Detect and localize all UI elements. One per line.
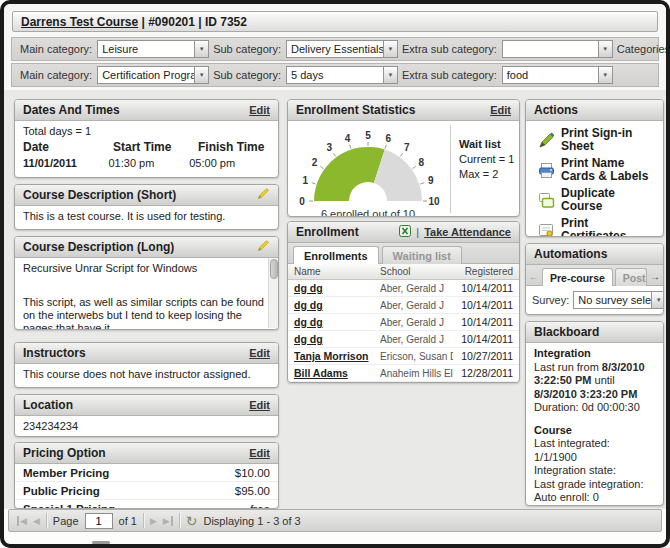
enrollee-name-link[interactable]: dg dg xyxy=(294,333,380,345)
sub-category-value: 5 days xyxy=(286,66,383,84)
enrollee-name-link[interactable]: dg dg xyxy=(294,299,380,311)
enrollee-name-link[interactable]: Tanja Morrison xyxy=(294,350,380,362)
export-excel-icon[interactable] xyxy=(399,225,411,240)
registered-column-header[interactable]: Registered xyxy=(453,266,513,277)
edit-pencil-icon[interactable] xyxy=(257,239,270,255)
sub-category-select-2[interactable]: 5 days ▼ xyxy=(286,66,398,84)
main-category-select-2[interactable]: Certification Programs ▼ xyxy=(97,66,209,84)
scrollbar-thumb[interactable] xyxy=(270,259,278,279)
refresh-icon[interactable]: ↻ xyxy=(186,514,198,528)
edit-dates-link[interactable]: Edit xyxy=(249,104,270,116)
category-row-1: Main category: Leisure ▼ Sub category: D… xyxy=(11,37,659,61)
edit-pencil-icon[interactable] xyxy=(257,187,270,203)
table-row[interactable]: Bill Adams Anaheim Hills Ele... 12/28/20… xyxy=(288,365,519,382)
enrollee-name-link[interactable]: Bill Adams xyxy=(294,367,380,379)
main-category-label: Main category: xyxy=(20,43,92,55)
name-column-header[interactable]: Name xyxy=(294,266,380,277)
actions-panel: Actions Print Sign-in Sheet Print Name C… xyxy=(525,99,664,237)
tab-scroll-left-icon[interactable]: ← xyxy=(528,271,540,285)
chevron-down-icon[interactable]: ▼ xyxy=(383,40,398,58)
tab-scroll-right-icon[interactable]: → xyxy=(649,271,661,285)
course-info-line: Integration state: xyxy=(534,464,655,478)
table-row[interactable]: dg dg Aber, Gerald J 10/14/2011 xyxy=(288,331,519,348)
toolbar-divider xyxy=(143,513,144,528)
tab-waiting-list[interactable]: Waiting list xyxy=(382,246,462,264)
enrollment-tabs: Enrollments Waiting list xyxy=(288,243,519,264)
pagination-toolbar: ◀ ◀ Page of 1 ▶ ▶ ↻ Displaying 1 - 3 of … xyxy=(8,509,662,532)
table-row[interactable]: dg dg Aber, Gerald J 10/14/2011 xyxy=(288,314,519,331)
edit-location-link[interactable]: Edit xyxy=(249,399,270,411)
tab-post-course[interactable]: Post- xyxy=(615,268,647,286)
total-days-text: Total days = 1 xyxy=(23,125,270,137)
category-row-2: Main category: Certification Programs ▼ … xyxy=(11,63,659,87)
print-signin-sheet-action[interactable]: Print Sign-in Sheet xyxy=(528,125,661,155)
extra-sub-category-select-2[interactable]: food ▼ xyxy=(502,66,613,84)
waitlist-current: Current = 1 xyxy=(459,152,519,167)
waitlist-max: Max = 2 xyxy=(459,167,519,182)
pen-icon xyxy=(538,132,555,149)
enrollment-gauge: 012345678910 6 enrolled out of 10 xyxy=(288,121,448,217)
edit-instructors-link[interactable]: Edit xyxy=(249,347,270,359)
tab-pre-course[interactable]: Pre-course xyxy=(542,268,613,286)
duplicate-course-action[interactable]: Duplicate Course xyxy=(528,185,661,215)
displaying-status: Displaying 1 - 3 of 3 xyxy=(203,515,300,527)
survey-row: Survey: No survey sele ▼ xyxy=(526,286,663,309)
course-heading: Course xyxy=(534,424,655,438)
main-category-select-1[interactable]: Leisure ▼ xyxy=(97,40,209,58)
enrollee-school: Aber, Gerald J xyxy=(380,283,453,294)
enrollee-name-link[interactable]: dg dg xyxy=(294,316,380,328)
print-certificates-action[interactable]: Print Certificates xyxy=(528,215,661,237)
edit-stats-link[interactable]: Edit xyxy=(490,104,511,116)
finish-time-column-header: Finish Time xyxy=(198,140,264,154)
take-attendance-link[interactable]: Take Attendance xyxy=(424,226,511,238)
sub-category-select-1[interactable]: Delivery Essentials On I ▼ xyxy=(286,40,398,58)
dates-and-times-panel: Dates And Times Edit Total days = 1 Date… xyxy=(14,99,279,178)
instructors-header: Instructors Edit xyxy=(15,343,278,364)
next-page-button[interactable]: ▶ xyxy=(150,516,157,526)
enrollment-panel: Enrollment | Take Attendance Enrollments… xyxy=(287,221,520,383)
last-page-button[interactable]: ▶ xyxy=(163,516,173,526)
action-label: Duplicate Course xyxy=(561,187,657,213)
prev-page-button[interactable]: ◀ xyxy=(33,516,40,526)
panel-title: Dates And Times xyxy=(23,103,120,117)
main-category-value: Leisure xyxy=(97,40,194,58)
table-row[interactable]: Tanja Morrison Ericson, Susan D 10/27/20… xyxy=(288,348,519,365)
enrollee-name-link[interactable]: dg dg xyxy=(294,282,380,294)
extra-sub-category-value xyxy=(502,40,598,58)
scrollbar[interactable] xyxy=(268,258,278,328)
print-name-cards-action[interactable]: Print Name Cards & Labels xyxy=(528,155,661,185)
svg-text:7: 7 xyxy=(404,142,410,153)
chevron-down-icon[interactable]: ▼ xyxy=(383,66,398,84)
integration-heading: Integration xyxy=(534,347,655,361)
date-value: 11/01/2011 xyxy=(23,157,109,169)
survey-select[interactable]: No survey sele ▼ xyxy=(573,291,664,309)
waitlist-title: Wait list xyxy=(459,137,519,152)
chevron-down-icon[interactable]: ▼ xyxy=(598,40,613,58)
enrollee-registered: 10/14/2011 xyxy=(453,282,513,294)
extra-sub-category-select-1[interactable]: ▼ xyxy=(502,40,613,58)
main-category-value: Certification Programs xyxy=(97,66,194,84)
table-row[interactable]: dg dg Aber, Gerald J 10/14/2011 xyxy=(288,297,519,314)
edit-pricing-link[interactable]: Edit xyxy=(249,447,270,459)
chevron-down-icon[interactable]: ▼ xyxy=(651,291,664,309)
action-label: Print Certificates xyxy=(561,217,657,237)
chevron-down-icon[interactable]: ▼ xyxy=(598,66,613,84)
chevron-down-icon[interactable]: ▼ xyxy=(194,66,209,84)
automations-tabs: ← Pre-course Post- → xyxy=(526,265,663,286)
chevron-down-icon[interactable]: ▼ xyxy=(194,40,209,58)
first-page-button[interactable]: ◀ xyxy=(17,516,27,526)
table-row[interactable]: dg dg Aber, Gerald J 10/14/2011 xyxy=(288,280,519,297)
school-column-header[interactable]: School xyxy=(380,266,453,277)
svg-text:1: 1 xyxy=(302,175,308,186)
pricing-label: Member Pricing xyxy=(23,467,109,479)
course-title-link[interactable]: Darrens Test Course xyxy=(21,15,138,29)
panel-title: Automations xyxy=(534,247,607,261)
tab-enrollments[interactable]: Enrollments xyxy=(293,246,379,264)
categories-label: Categories: xyxy=(617,43,670,55)
pricing-label: Public Pricing xyxy=(23,485,100,497)
enrollee-school: Aber, Gerald J xyxy=(380,334,453,345)
svg-text:4: 4 xyxy=(345,133,351,144)
resize-handle[interactable] xyxy=(92,541,110,544)
page-number-input[interactable] xyxy=(85,513,113,529)
desc-short-header: Course Description (Short) xyxy=(15,185,278,206)
